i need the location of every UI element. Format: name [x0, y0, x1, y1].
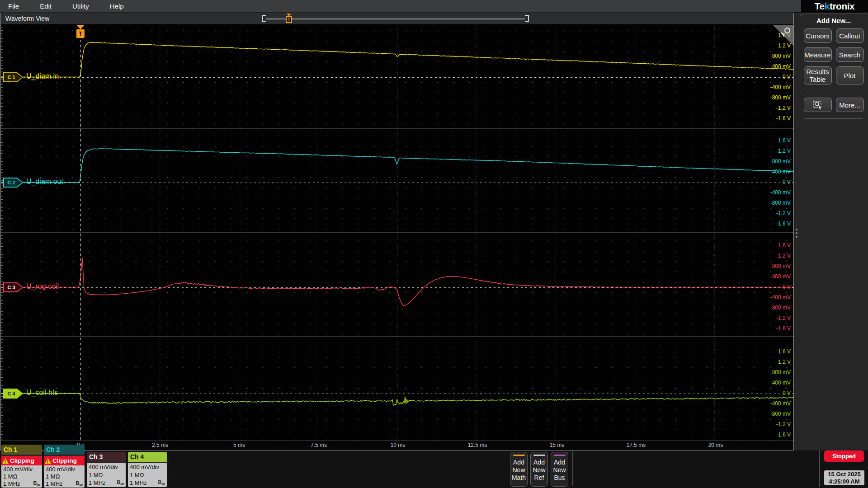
logo-strip: Tektronix — [801, 0, 868, 12]
channel-setting-row: 1 MΩ — [44, 473, 85, 480]
menu-item-file[interactable]: File — [8, 2, 19, 10]
channel-slice-4: 1.6 V1.2 V800 mV400 mV0 V-400 mV-800 mV-… — [1, 337, 793, 441]
channel-setting-row: 1 MΩ — [128, 471, 167, 479]
sidebar-button-callout[interactable]: Callout — [836, 28, 864, 43]
graticule: 1.6 V1.2 V800 mV400 mV0 V-400 mV-800 mV-… — [1, 25, 793, 441]
channel-label-2: U_diam out — [26, 178, 63, 186]
accent-stripe — [513, 455, 525, 456]
channel-setting-row: 1 MHzBW — [128, 479, 167, 487]
channel-settings-badge-1[interactable]: Ch 1Clipping400 mV/div1 MΩ1 MHzBW — [1, 445, 42, 488]
minimap-trigger-marker[interactable]: T — [286, 14, 292, 23]
channel-setting-row: 400 mV/div — [1, 465, 42, 473]
run-stop-status[interactable]: Stopped — [824, 450, 864, 462]
panel-splitter-handle[interactable] — [796, 229, 797, 238]
bandwidth-icon: BW — [75, 480, 83, 487]
right-sidebar: Add New... CursorsCalloutMeasureSearchRe… — [794, 13, 868, 450]
add-new-panel: Add New... CursorsCalloutMeasureSearchRe… — [800, 14, 867, 448]
time-label: 17.5 ms — [618, 442, 654, 448]
time-label: 20 ms — [698, 442, 734, 448]
sidebar-divider — [805, 118, 863, 119]
time-label: 5 ms — [221, 442, 257, 448]
clipping-warning: Clipping — [44, 456, 85, 465]
menu-item-edit[interactable]: Edit — [40, 2, 52, 10]
channel-slice-1: 1.6 V1.2 V800 mV400 mV0 V-400 mV-800 mV-… — [1, 25, 793, 129]
channel-setting-row: 1 MHzBW — [87, 479, 126, 487]
channel-setting-row: 1 MΩ — [1, 473, 42, 480]
oscilloscope-screen: FileEditUtilityHelp Tektronix Waveform V… — [0, 0, 868, 488]
time-label: 7.5 ms — [301, 442, 337, 448]
channel-badge-body: 400 mV/div1 MΩ1 MHzBW — [44, 465, 85, 488]
waveform-4 — [1, 337, 793, 440]
bandwidth-icon: BW — [33, 480, 40, 487]
trigger-flag-t-icon: T — [76, 29, 85, 38]
add-new-buttons: CursorsCalloutMeasureSearchResults Table… — [800, 28, 867, 121]
channel-badge-title: Ch 4 — [128, 452, 167, 462]
time-label: 4:25:09 AM — [824, 478, 864, 485]
bandwidth-icon: BW — [117, 479, 124, 486]
time-label: 10 ms — [380, 442, 416, 448]
divider — [572, 451, 573, 486]
date-label: 15 Oct 2025 — [824, 471, 864, 478]
clipping-warning: Clipping — [1, 456, 42, 465]
record-view-minimap[interactable]: T — [262, 14, 529, 23]
settings-bar: Horizontal 2.5 ms/div25 msSR: 2.5 MS/s40… — [0, 451, 868, 488]
sidebar-divider — [805, 91, 863, 91]
warning-icon — [2, 458, 9, 464]
minimap-left-bracket[interactable] — [262, 15, 266, 22]
waveform-view-title: Waveform View — [5, 15, 49, 22]
magnifier-icon — [784, 28, 790, 33]
add-new-ref-button[interactable]: AddNewRef — [530, 452, 548, 487]
trigger-flag-triangle-icon — [76, 25, 85, 29]
channel-settings-badge-2[interactable]: Ch 2Clipping400 mV/div1 MΩ1 MHzBW — [44, 445, 85, 488]
minimap-trigger-t-icon: T — [286, 16, 292, 23]
sidebar-button-plot[interactable]: Plot — [836, 66, 864, 84]
channel-badge-title: Ch 1 — [1, 445, 42, 455]
channel-badge-body: 400 mV/div1 MΩ1 MHzBW — [87, 463, 126, 487]
menu-item-help[interactable]: Help — [110, 2, 124, 10]
channel-setting-row: 400 mV/div — [128, 463, 167, 471]
channel-badge-title: Ch 2 — [44, 445, 85, 455]
add-new-header: Add New... — [800, 17, 867, 24]
waveform-2 — [1, 129, 793, 232]
divider — [819, 450, 820, 487]
channel-settings-badge-4[interactable]: Ch 4400 mV/div1 MΩ1 MHzBW — [128, 452, 167, 487]
waveform-1 — [1, 25, 793, 128]
waveform-view-window: Waveform View T 1.6 V1.2 V800 mV400 mV0 … — [0, 13, 794, 450]
zoom-select-button[interactable] — [804, 98, 832, 112]
time-label: 2.5 ms — [142, 442, 178, 448]
time-label: 15 ms — [539, 442, 575, 448]
channel-setting-row: 400 mV/div — [87, 463, 126, 471]
channel-settings-badge-3[interactable]: Ch 3400 mV/div1 MΩ1 MHzBW — [87, 452, 126, 487]
more-button[interactable]: More... — [836, 98, 864, 112]
trigger-position-flag[interactable]: T — [76, 25, 85, 38]
accent-stripe — [554, 455, 566, 456]
time-label: 12.5 ms — [459, 442, 495, 448]
channel-badge-title: Ch 3 — [87, 452, 126, 462]
waveform-view-header: Waveform View T — [1, 13, 793, 24]
channel-label-4: U_coil hfs — [26, 389, 58, 397]
channel-label-1: U_diam in — [26, 72, 59, 80]
channel-setting-row: 1 MHzBW — [44, 480, 85, 488]
channel-badge-body: 400 mV/div1 MΩ1 MHzBW — [1, 465, 42, 488]
zoom-select-icon — [812, 100, 824, 110]
channel-setting-row: 400 mV/div — [44, 465, 85, 473]
datetime-display: 15 Oct 2025 4:25:09 AM — [824, 470, 864, 485]
sidebar-button-cursors[interactable]: Cursors — [804, 28, 832, 43]
channel-setting-row: 1 MHzBW — [1, 480, 42, 488]
add-new-math-button[interactable]: AddNewMath — [510, 452, 528, 487]
warning-icon — [45, 458, 51, 464]
channel-slice-3: 1.6 V1.2 V800 mV400 mV0 V-400 mV-800 mV-… — [1, 233, 793, 337]
time-axis-labels: 0 s2.5 ms5 ms7.5 ms10 ms12.5 ms15 ms17.5… — [1, 441, 793, 450]
menu-bar: FileEditUtilityHelp — [0, 0, 801, 12]
sidebar-button-results-table[interactable]: Results Table — [804, 66, 832, 84]
sidebar-button-search[interactable]: Search — [836, 47, 864, 62]
channel-label-3: U_rog coil — [26, 282, 59, 291]
add-new-bus-button[interactable]: AddNewBus — [551, 452, 568, 487]
minimap-right-bracket[interactable] — [525, 15, 529, 22]
grid-division-line — [793, 25, 794, 441]
sidebar-button-measure[interactable]: Measure — [804, 47, 832, 62]
menu-item-utility[interactable]: Utility — [72, 2, 89, 10]
minimap-record-line — [266, 19, 525, 19]
waveform-3 — [1, 233, 793, 336]
accent-stripe — [533, 455, 545, 456]
